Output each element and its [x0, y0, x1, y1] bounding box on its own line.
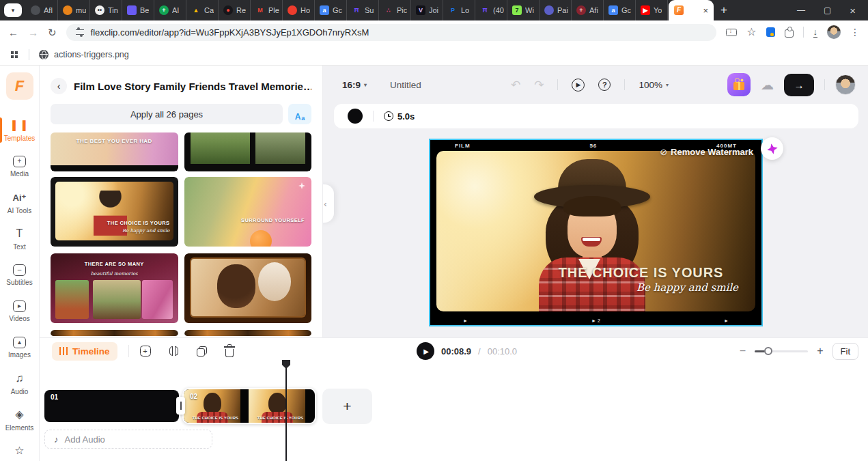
canvas-subtitle-text[interactable]: Be happy and smile [550, 281, 738, 294]
add-audio-button[interactable]: ♪ Add Audio [44, 430, 212, 449]
browser-tab[interactable]: Ħ (40 [475, 0, 507, 20]
template-thumbnail[interactable] [184, 330, 312, 336]
browser-tab[interactable]: mu [58, 0, 90, 20]
canvas-zoom-select[interactable]: 100% ▾ [639, 80, 669, 90]
extensions-icon[interactable] [785, 29, 794, 38]
slider-thumb[interactable] [764, 347, 772, 355]
sidebar-item[interactable]: ▌▐ Templates [0, 112, 39, 148]
zoom-out-icon[interactable]: − [740, 345, 746, 357]
preview-icon[interactable]: ▶ [572, 79, 585, 92]
apps-grid-icon[interactable] [11, 51, 14, 54]
sidebar-item[interactable]: ☆ Effects [0, 438, 39, 461]
sidebar-item[interactable]: ♫ Audio [0, 365, 39, 402]
window-maximize-button[interactable]: ▢ [824, 5, 831, 15]
tab-close-icon[interactable]: × [703, 6, 708, 15]
back-button[interactable]: ‹ [51, 78, 67, 94]
tab-search-button[interactable]: ▾ [4, 3, 22, 17]
browser-tab[interactable]: V Joi [411, 0, 443, 20]
bookmark-item[interactable]: actions-triggers.png [39, 50, 129, 59]
clip-duration-value[interactable]: 5.0s [397, 111, 415, 122]
zoom-in-icon[interactable]: + [817, 345, 823, 357]
template-thumbnail[interactable] [184, 253, 312, 323]
play-button[interactable]: ▶ [417, 342, 434, 360]
browser-tab[interactable]: Ħ Su [347, 0, 379, 20]
remove-watermark-button[interactable]: ⊘ Remove Watermark [660, 147, 753, 157]
template-thumbnail[interactable] [184, 132, 312, 171]
site-settings-icon[interactable] [76, 29, 84, 35]
sidebar-item[interactable]: ▸ Videos [0, 293, 39, 329]
reload-icon[interactable]: ↻ [48, 27, 57, 38]
window-close-button[interactable]: × [850, 5, 856, 16]
browser-tab[interactable]: Be [122, 0, 154, 20]
template-thumbnail[interactable]: THE CHOICE IS YOURS Be happy and smile [51, 177, 178, 247]
window-minimize-button[interactable]: — [797, 5, 805, 15]
duplicate-icon[interactable] [197, 346, 207, 357]
browser-tab-active-flexclip[interactable]: F × [669, 0, 714, 20]
sidebar-item[interactable]: T Text [0, 221, 39, 257]
background-color-swatch[interactable] [348, 109, 363, 124]
sidebar-item[interactable]: + Media [0, 148, 39, 184]
send-to-device-icon[interactable] [726, 29, 737, 36]
video-canvas[interactable]: FILM 56 400MT ⊘ [429, 139, 763, 326]
browser-tab[interactable]: a Gc [315, 0, 347, 20]
ai-assistant-button[interactable] [761, 137, 783, 160]
template-thumbnail[interactable] [51, 330, 178, 336]
template-thumbnail[interactable]: SURROUND YOURSELF [184, 177, 312, 247]
tab-favicon: V [416, 5, 425, 15]
url-text[interactable]: flexclip.com/editor/app?id=Wu3FppKXjA3BY… [91, 27, 369, 38]
browser-tab[interactable]: P Lo [443, 0, 475, 20]
timeline-zoom-slider[interactable] [755, 347, 808, 355]
browser-tab[interactable]: Afl [26, 0, 58, 20]
flexclip-logo[interactable]: F [6, 72, 33, 100]
back-icon[interactable]: ← [8, 27, 18, 38]
transition-handle[interactable] [176, 397, 185, 415]
bookmark-star-icon[interactable]: ☆ [746, 27, 756, 38]
translate-button[interactable]: Aa [288, 104, 311, 124]
split-icon[interactable] [169, 346, 179, 356]
apply-all-pages-button[interactable]: Apply all 26 pages [51, 104, 283, 124]
browser-tab[interactable]: ● Re [219, 0, 251, 20]
password-manager-icon[interactable] [766, 27, 775, 37]
browser-tab[interactable]: Ho [283, 0, 315, 20]
timeline-clip-01[interactable]: 01 [44, 390, 179, 422]
cloud-sync-icon[interactable]: ☁ [761, 77, 774, 93]
undo-icon[interactable]: ↶ [511, 79, 520, 91]
rewards-gift-button[interactable] [727, 73, 751, 96]
export-button[interactable]: → [784, 74, 814, 96]
browser-tab[interactable]: + Afi [572, 0, 604, 20]
browser-tab[interactable]: a Gc [604, 0, 636, 20]
sidebar-item[interactable]: Ai⁺ AI Tools [0, 184, 39, 221]
browser-tab[interactable]: M Ple [251, 0, 283, 20]
browser-profile-avatar[interactable] [827, 25, 841, 39]
browser-tab[interactable]: Pai [540, 0, 572, 20]
forward-icon[interactable]: → [28, 27, 38, 38]
project-name[interactable]: Untitled [390, 80, 421, 90]
browser-menu-icon[interactable]: ⋮ [850, 27, 860, 37]
help-icon[interactable]: ? [598, 79, 611, 91]
add-clip-icon[interactable]: + [140, 346, 151, 357]
address-bar[interactable]: flexclip.com/editor/app?id=Wu3FppKXjA3BY… [66, 24, 717, 41]
canvas-title-text[interactable]: THE CHOICE IS YOURS [558, 264, 723, 281]
new-tab-button[interactable]: + [720, 3, 727, 17]
browser-tab[interactable]: ∴ Pic [379, 0, 411, 20]
aspect-ratio-select[interactable]: 16:9 ▾ [342, 80, 367, 90]
redo-icon[interactable]: ↷ [534, 79, 544, 91]
delete-icon[interactable] [225, 349, 234, 357]
fit-button[interactable]: Fit [832, 343, 858, 360]
add-scene-button[interactable]: + [322, 389, 372, 424]
timeline-tab[interactable]: Timeline [52, 342, 117, 361]
browser-tab[interactable]: ▶ Yo [636, 0, 668, 20]
timeline-clip-02-selected[interactable]: 02 THE CHOICE IS YOURS THE CHOICE IS YOU… [182, 388, 316, 424]
sidebar-item[interactable]: ▴ Images [0, 329, 39, 365]
browser-tab[interactable]: •• Tin [90, 0, 122, 20]
browser-tab[interactable]: + AI [154, 0, 186, 20]
user-avatar[interactable] [835, 74, 856, 95]
sidebar-item[interactable]: ◈ Elements [0, 402, 39, 438]
sidebar-item[interactable]: – Subtitles [0, 257, 39, 293]
canvas-text-overlay[interactable]: THE CHOICE IS YOURS Be happy and smile [550, 264, 738, 294]
template-thumbnail[interactable]: THERE ARE SO MANY beautiful memories [51, 253, 178, 323]
downloads-icon[interactable]: ↓ [813, 27, 818, 38]
browser-tab[interactable]: ▲ Ca [186, 0, 219, 20]
browser-tab[interactable]: 7 Wi [507, 0, 540, 20]
template-thumbnail[interactable]: THE BEST YOU EVER HAD [51, 132, 178, 171]
